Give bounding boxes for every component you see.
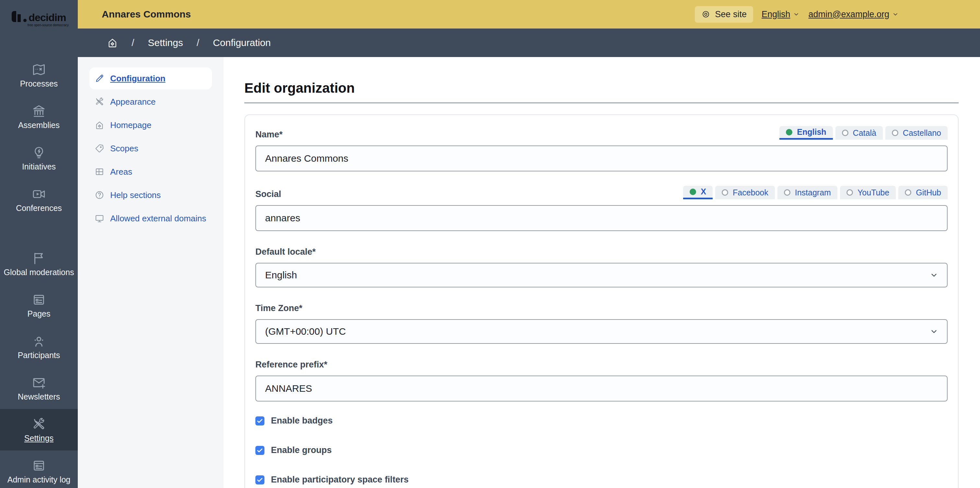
eye-icon — [701, 10, 710, 19]
timezone-field-group: Time Zone* (GMT+00:00) UTC — [255, 302, 948, 344]
tab-github[interactable]: GitHub — [898, 186, 948, 199]
subnav-item-allowed-external-domains[interactable]: Allowed external domains — [89, 207, 212, 229]
enable-badges-checkbox-row[interactable]: Enable badges — [255, 416, 948, 426]
check-icon — [256, 417, 264, 424]
lightbulb-icon — [32, 146, 46, 160]
main-sidebar: decidim free open-source democracy Proce… — [0, 0, 78, 488]
tab-english[interactable]: English — [780, 126, 832, 140]
language-dropdown[interactable]: English — [762, 10, 800, 19]
reference-prefix-field-group: Reference prefix* — [255, 358, 948, 402]
chevron-down-icon — [892, 11, 899, 18]
breadcrumb-separator: / — [132, 37, 134, 48]
brand-name: decidim — [29, 13, 66, 22]
social-label: Social — [255, 189, 281, 199]
sidebar-item-initiatives[interactable]: Initiatives — [0, 137, 78, 179]
checkbox-checked-icon[interactable] — [255, 475, 264, 485]
enable-space-filters-checkbox-row[interactable]: Enable participatory space filters — [255, 475, 948, 485]
sidebar-item-settings[interactable]: Settings — [0, 409, 78, 450]
tab-catala[interactable]: Català — [835, 126, 883, 140]
timezone-select[interactable]: (GMT+00:00) UTC — [255, 319, 948, 344]
pencil-icon — [95, 73, 104, 83]
mail-add-icon — [32, 375, 46, 390]
breadcrumb-configuration[interactable]: Configuration — [213, 37, 270, 48]
home-icon[interactable] — [107, 37, 118, 48]
social-network-tabs: X Facebook Instagram YouTube — [683, 186, 948, 199]
decidim-logo-glyph: decidim — [12, 11, 66, 22]
enable-groups-checkbox-row[interactable]: Enable groups — [255, 445, 948, 455]
check-icon — [256, 447, 264, 454]
map-icon — [32, 62, 46, 77]
breadcrumb-settings[interactable]: Settings — [148, 37, 183, 48]
breadcrumb-separator: / — [197, 37, 199, 48]
check-icon — [256, 476, 264, 483]
reference-prefix-input[interactable] — [255, 375, 948, 402]
tools-icon — [95, 97, 104, 107]
brand-tagline: free open-source democracy — [27, 23, 69, 27]
topbar-actions: See site English admin@example.org — [695, 6, 899, 23]
subnav-item-scopes[interactable]: Scopes — [89, 137, 212, 159]
radio-unselected-icon — [892, 130, 898, 136]
default-locale-label: Default locale* — [255, 247, 316, 257]
chevron-down-icon — [929, 270, 939, 280]
video-icon — [32, 187, 46, 201]
chevron-down-icon — [929, 327, 939, 336]
sidebar-item-global-moderations[interactable]: Global moderations — [0, 243, 78, 285]
reference-prefix-label: Reference prefix* — [255, 360, 327, 370]
checkbox-checked-icon[interactable] — [255, 416, 264, 426]
subnav-item-appearance[interactable]: Appearance — [89, 91, 212, 113]
name-field-group: Name* English Català Castellano — [255, 126, 948, 172]
tab-castellano[interactable]: Castellano — [885, 126, 948, 140]
social-handle-input[interactable] — [255, 205, 948, 231]
default-locale-field-group: Default locale* English — [255, 245, 948, 288]
sidebar-item-processes[interactable]: Processes — [0, 54, 78, 96]
page-title: Edit organization — [244, 80, 959, 96]
breadcrumb: / Settings / Configuration — [78, 29, 980, 57]
grid-icon — [95, 167, 104, 176]
sidebar-item-admin-activity-log[interactable]: Admin activity log — [0, 450, 78, 488]
checkbox-checked-icon[interactable] — [255, 446, 264, 455]
subnav-item-help-sections[interactable]: Help sections — [89, 184, 212, 206]
radio-selected-icon — [786, 129, 792, 135]
tag-icon — [95, 143, 104, 153]
tab-x[interactable]: X — [683, 186, 713, 199]
page-icon — [32, 292, 46, 307]
home-gear-icon — [95, 120, 104, 130]
organization-title: Annares Commons — [102, 9, 191, 20]
account-dropdown[interactable]: admin@example.org — [808, 10, 899, 19]
bank-icon — [32, 104, 46, 118]
name-input[interactable] — [255, 146, 948, 172]
sidebar-item-conferences[interactable]: Conferences — [0, 179, 78, 220]
flag-icon — [32, 251, 46, 265]
default-locale-select[interactable]: English — [255, 263, 948, 288]
tab-facebook[interactable]: Facebook — [715, 186, 775, 199]
chevron-down-icon — [793, 11, 800, 18]
sidebar-item-pages[interactable]: Pages — [0, 285, 78, 326]
sidebar-group-gap — [0, 220, 78, 243]
sidebar-item-newsletters[interactable]: Newsletters — [0, 367, 78, 409]
radio-selected-icon — [690, 189, 696, 195]
see-site-button[interactable]: See site — [695, 6, 753, 23]
radio-unselected-icon — [846, 189, 853, 196]
tab-instagram[interactable]: Instagram — [778, 186, 837, 199]
subnav-item-configuration[interactable]: Configuration — [89, 67, 212, 89]
tools-icon — [32, 417, 46, 431]
subnav-item-homepage[interactable]: Homepage — [89, 114, 212, 136]
edit-organization-form: Name* English Català Castellano — [244, 114, 959, 488]
page-icon — [32, 458, 46, 473]
monitor-icon — [95, 213, 104, 223]
radio-unselected-icon — [784, 189, 791, 196]
social-field-group: Social X Facebook Instagram — [255, 186, 948, 231]
decidim-admin-app: decidim free open-source democracy Proce… — [0, 0, 980, 488]
timezone-label: Time Zone* — [255, 303, 302, 313]
sidebar-item-assemblies[interactable]: Assemblies — [0, 96, 78, 137]
group-icon — [32, 334, 46, 348]
settings-subnav: Configuration Appearance Homepage Scopes… — [78, 57, 224, 488]
subnav-item-areas[interactable]: Areas — [89, 161, 212, 183]
sidebar-item-participants[interactable]: Participants — [0, 326, 78, 367]
radio-unselected-icon — [842, 130, 848, 136]
decidim-logo: decidim free open-source democracy — [0, 0, 78, 54]
radio-unselected-icon — [722, 189, 728, 196]
sidebar-nav: Processes Assemblies Initiatives Confere… — [0, 54, 78, 488]
tab-youtube[interactable]: YouTube — [840, 186, 896, 199]
radio-unselected-icon — [905, 189, 911, 196]
